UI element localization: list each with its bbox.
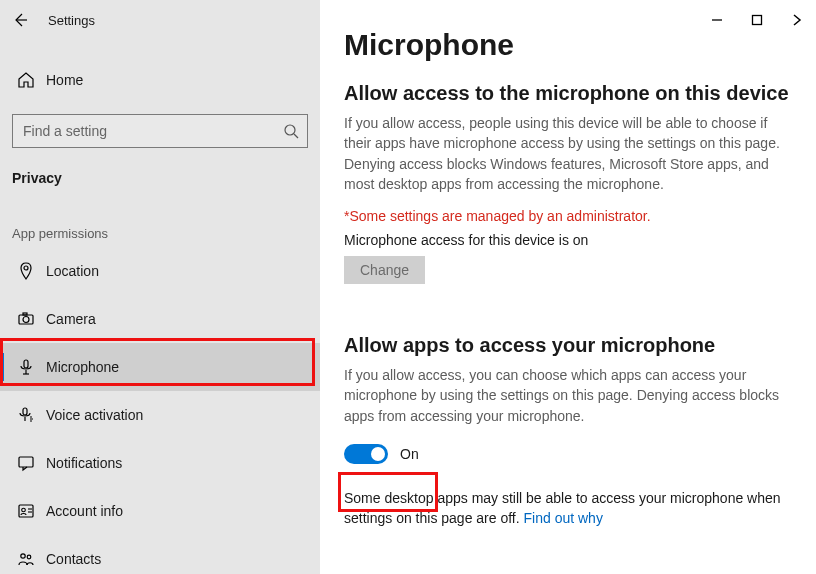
- device-access-status: Microphone access for this device is on: [344, 232, 792, 248]
- window-title: Settings: [40, 13, 95, 28]
- search-icon: [283, 123, 299, 139]
- svg-point-2: [24, 266, 28, 270]
- sidebar-item-label: Account info: [40, 503, 123, 519]
- sidebar-topbar: Settings: [0, 0, 320, 40]
- voice-activation-icon: [12, 406, 40, 424]
- desktop-apps-note: Some desktop apps may still be able to a…: [344, 488, 784, 529]
- location-icon: [12, 262, 40, 280]
- section1-desc: If you allow access, people using this d…: [344, 113, 784, 194]
- svg-point-16: [21, 554, 25, 558]
- sidebar-item-account-info[interactable]: Account info: [0, 487, 320, 535]
- sidebar-item-label: Voice activation: [40, 407, 143, 423]
- svg-rect-5: [23, 313, 27, 315]
- minimize-button[interactable]: [708, 11, 726, 29]
- sidebar-item-label: Notifications: [40, 455, 122, 471]
- apps-access-toggle-row: On: [344, 444, 792, 464]
- svg-point-17: [27, 555, 31, 559]
- sidebar-item-label: Microphone: [40, 359, 119, 375]
- section1-heading: Allow access to the microphone on this d…: [344, 82, 792, 105]
- svg-point-0: [285, 125, 295, 135]
- sidebar-home-label: Home: [40, 72, 83, 88]
- svg-rect-9: [23, 408, 27, 415]
- sidebar-item-label: Location: [40, 263, 99, 279]
- sidebar-item-label: Contacts: [40, 551, 101, 567]
- sidebar-item-voice-activation[interactable]: Voice activation: [0, 391, 320, 439]
- microphone-icon: [12, 358, 40, 376]
- next-button[interactable]: [788, 11, 806, 29]
- sidebar-home[interactable]: Home: [12, 60, 308, 100]
- notifications-icon: [12, 454, 40, 472]
- sidebar-item-notifications[interactable]: Notifications: [0, 439, 320, 487]
- svg-rect-6: [24, 360, 28, 368]
- sidebar: Settings Home Privacy App permissions Lo…: [0, 0, 320, 574]
- contacts-icon: [12, 550, 40, 568]
- apps-access-toggle[interactable]: [344, 444, 388, 464]
- find-out-why-link[interactable]: Find out why: [524, 510, 603, 526]
- svg-rect-19: [753, 16, 762, 25]
- search-input[interactable]: [21, 122, 283, 140]
- section2-heading: Allow apps to access your microphone: [344, 334, 792, 357]
- sidebar-item-contacts[interactable]: Contacts: [0, 535, 320, 574]
- maximize-button[interactable]: [748, 11, 766, 29]
- sidebar-group-header: App permissions: [12, 226, 308, 241]
- sidebar-item-location[interactable]: Location: [0, 247, 320, 295]
- back-arrow-icon: [12, 12, 28, 28]
- svg-rect-12: [19, 505, 33, 517]
- admin-note: *Some settings are managed by an adminis…: [344, 208, 792, 224]
- sidebar-item-camera[interactable]: Camera: [0, 295, 320, 343]
- svg-point-13: [22, 508, 26, 512]
- apps-access-toggle-label: On: [400, 446, 419, 462]
- home-icon: [12, 71, 40, 89]
- back-button[interactable]: [0, 0, 40, 40]
- camera-icon: [12, 310, 40, 328]
- window-controls: [708, 6, 816, 34]
- svg-rect-11: [19, 457, 33, 467]
- svg-line-1: [294, 134, 298, 138]
- sidebar-item-microphone[interactable]: Microphone: [0, 343, 320, 391]
- change-button[interactable]: Change: [344, 256, 425, 284]
- main-content: Microphone Allow access to the microphon…: [320, 0, 816, 574]
- account-info-icon: [12, 502, 40, 520]
- section2-desc: If you allow access, you can choose whic…: [344, 365, 784, 426]
- svg-point-4: [23, 317, 29, 323]
- sidebar-section-label: Privacy: [12, 170, 308, 186]
- search-box[interactable]: [12, 114, 308, 148]
- sidebar-item-label: Camera: [40, 311, 96, 327]
